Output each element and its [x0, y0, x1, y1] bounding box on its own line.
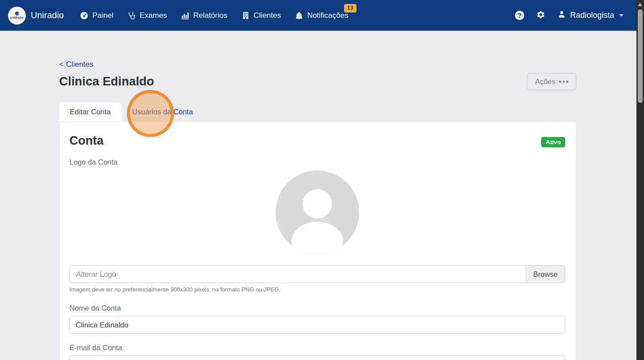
notification-count-badge: 13 [344, 4, 356, 12]
breadcrumb-back-link[interactable]: Clientes [59, 60, 93, 69]
tab-usuarios-da-conta[interactable]: Usuários da Conta [122, 102, 204, 121]
page-content: Clientes Clinica Edinaldo Ações Editar C… [59, 31, 576, 360]
nav-label: Notificações [307, 11, 348, 20]
nav-label: Relatórios [193, 11, 227, 20]
window-scrollbar[interactable] [636, 0, 644, 360]
ellipsis-icon [559, 81, 568, 83]
logo-shield-icon [15, 12, 19, 16]
card-title: Conta [69, 134, 104, 148]
avatar-wrap [69, 170, 565, 256]
nav-item-exames[interactable]: Exames [126, 9, 168, 22]
page-title: Clinica Edinaldo [59, 75, 154, 89]
top-navbar: UniRadio Uniradio Painel Exames Relatóri… [0, 0, 644, 31]
gear-icon [536, 10, 545, 21]
settings-button[interactable] [536, 10, 545, 21]
account-email-group: E-mail da Conta [69, 344, 565, 360]
logo-text: UniRadio [10, 16, 24, 19]
nav-item-painel[interactable]: Painel [79, 9, 114, 22]
account-name-input[interactable] [69, 316, 565, 334]
card-header: Conta Ativo [69, 134, 565, 148]
brand[interactable]: UniRadio Uniradio [8, 7, 64, 24]
navbar-right: Radiologista [515, 10, 624, 21]
scrollbar-up-arrow-icon[interactable] [638, 3, 642, 6]
brand-name: Uniradio [31, 10, 64, 20]
actions-button-label: Ações [535, 77, 555, 86]
breadcrumb-label: Clientes [66, 60, 93, 69]
file-help-text: Imagem deve ter no preferencialmente 300… [69, 286, 565, 293]
logo-file-input[interactable]: Alterar Logo Browse [69, 265, 565, 283]
account-card: Conta Ativo Logo da Conta Alterar Logo B… [59, 121, 576, 360]
help-button[interactable] [515, 11, 524, 20]
nav-label: Exames [140, 11, 167, 20]
scrollbar-thumb[interactable] [638, 9, 643, 103]
bell-icon [295, 11, 304, 20]
account-tabs: Editar Conta Usuários da Conta [59, 102, 576, 121]
nav-label: Painel [92, 11, 113, 20]
help-icon [515, 11, 524, 20]
uniradio-logo-icon: UniRadio [8, 7, 26, 24]
user-icon [557, 10, 566, 21]
account-email-label: E-mail da Conta [69, 344, 565, 352]
account-email-input[interactable] [69, 356, 565, 360]
main-nav: Painel Exames Relatórios Clientes Notifi… [79, 9, 349, 22]
bar-chart-icon [181, 11, 190, 20]
dashboard-icon [80, 11, 89, 20]
user-name: Radiologista [570, 11, 614, 20]
nav-item-notificacoes[interactable]: Notificações 13 [294, 9, 349, 22]
chevron-down-icon [619, 14, 624, 16]
user-menu[interactable]: Radiologista [557, 10, 624, 21]
title-row: Clinica Edinaldo Ações [59, 73, 576, 90]
actions-button[interactable]: Ações [527, 73, 576, 90]
chevron-left-icon [59, 60, 63, 69]
stethoscope-icon [127, 11, 136, 20]
account-name-group: Nome da Conta [69, 304, 565, 334]
hospital-icon [241, 11, 250, 20]
nav-item-clientes[interactable]: Clientes [240, 9, 282, 22]
browse-button[interactable]: Browse [526, 266, 565, 283]
logo-field-label: Logo da Conta [69, 158, 565, 166]
tab-editar-conta[interactable]: Editar Conta [59, 102, 122, 121]
account-name-label: Nome da Conta [69, 304, 565, 312]
status-badge: Ativo [541, 137, 565, 147]
nav-label: Clientes [254, 11, 281, 20]
avatar [275, 170, 359, 256]
nav-item-relatorios[interactable]: Relatórios [180, 9, 228, 22]
file-input-placeholder: Alterar Logo [70, 270, 526, 279]
